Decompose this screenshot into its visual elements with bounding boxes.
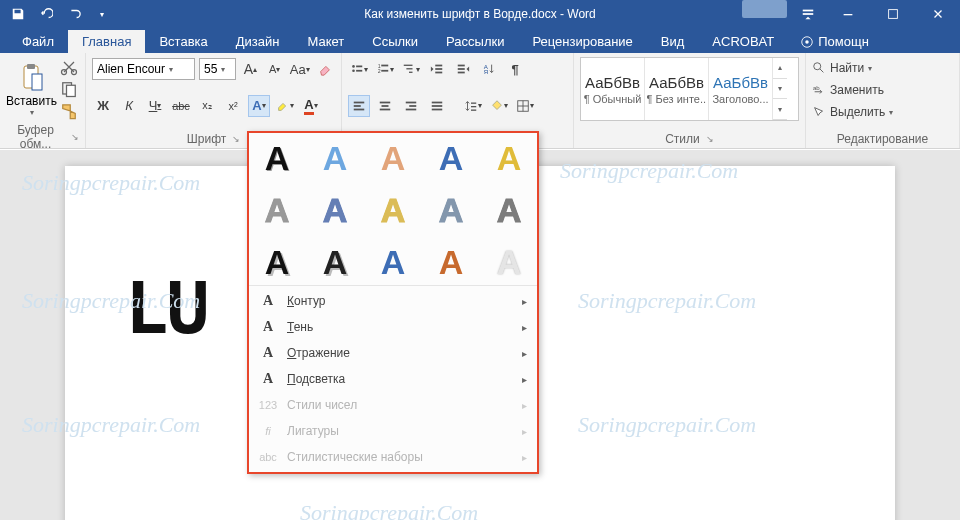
- bold-button[interactable]: Ж: [92, 95, 114, 117]
- tell-me[interactable]: Помощн: [800, 30, 869, 53]
- tab-insert[interactable]: Вставка: [145, 30, 221, 53]
- change-case-button[interactable]: Aa▾: [289, 58, 311, 80]
- shading-button[interactable]: ▾: [488, 95, 510, 117]
- text-effect-preset[interactable]: A: [439, 141, 464, 175]
- increase-indent-button[interactable]: [452, 58, 474, 80]
- text-effect-preset[interactable]: A: [381, 141, 406, 175]
- grow-font-button[interactable]: A▴: [240, 58, 260, 80]
- decrease-indent-button[interactable]: [426, 58, 448, 80]
- subscript-button[interactable]: x₂: [196, 95, 218, 117]
- text-effect-preset[interactable]: A: [323, 245, 348, 279]
- qat-more-icon[interactable]: ▾: [92, 4, 112, 24]
- text-effect-menu-item[interactable]: AОтражение▸: [249, 340, 537, 366]
- text-effect-preset[interactable]: A: [323, 141, 348, 175]
- show-marks-button[interactable]: ¶: [504, 58, 526, 80]
- styles-gallery[interactable]: АаБбВв¶ Обычный АаБбВв¶ Без инте... АаБб…: [580, 57, 799, 121]
- line-spacing-button[interactable]: ▾: [462, 95, 484, 117]
- dialog-launcher-icon[interactable]: ↘: [706, 134, 714, 144]
- italic-button[interactable]: К: [118, 95, 140, 117]
- align-center-button[interactable]: [374, 95, 396, 117]
- tab-mailings[interactable]: Рассылки: [432, 30, 518, 53]
- text-effect-preset[interactable]: A: [381, 245, 406, 279]
- tab-home[interactable]: Главная: [68, 30, 145, 53]
- styles-more[interactable]: ▴▾▾: [773, 58, 787, 120]
- text-effect-preset[interactable]: A: [439, 245, 464, 279]
- ribbon-options-icon[interactable]: [791, 0, 825, 28]
- text-effect-menu-item[interactable]: AТень▸: [249, 314, 537, 340]
- text-effect-preset[interactable]: A: [265, 193, 290, 227]
- paste-button[interactable]: Вставить ▾: [6, 57, 57, 121]
- text-effect-preset[interactable]: A: [497, 245, 522, 279]
- text-effect-menu-item[interactable]: AКонтур▸: [249, 288, 537, 314]
- account-placeholder[interactable]: [742, 0, 787, 18]
- style-item[interactable]: АаБбВвЗаголово...: [709, 58, 773, 120]
- group-editing: Найти▾ abЗаменить Выделить▾ Редактирован…: [806, 53, 960, 148]
- close-button[interactable]: [915, 0, 960, 28]
- bullets-button[interactable]: ▾: [348, 58, 370, 80]
- svg-rect-33: [354, 105, 361, 107]
- save-icon[interactable]: [8, 4, 28, 24]
- svg-rect-37: [380, 108, 391, 110]
- text-effect-preset[interactable]: A: [439, 193, 464, 227]
- justify-button[interactable]: [426, 95, 448, 117]
- tab-review[interactable]: Рецензирование: [518, 30, 646, 53]
- select-button[interactable]: Выделить▾: [812, 101, 953, 123]
- style-item[interactable]: АаБбВв¶ Без инте...: [645, 58, 709, 120]
- menu-glyph-icon: fi: [259, 425, 277, 437]
- text-effect-preset[interactable]: A: [265, 141, 290, 175]
- tab-file[interactable]: Файл: [8, 30, 68, 53]
- text-effect-preset[interactable]: A: [265, 245, 290, 279]
- maximize-button[interactable]: [870, 0, 915, 28]
- sort-button[interactable]: AЯ: [478, 58, 500, 80]
- text-effect-preset[interactable]: A: [497, 193, 522, 227]
- font-size-combo[interactable]: 55▾: [199, 58, 236, 80]
- group-label: Стили: [665, 132, 700, 146]
- text-effect-preset[interactable]: A: [323, 193, 348, 227]
- tab-design[interactable]: Дизайн: [222, 30, 294, 53]
- menu-label: Подсветка: [287, 372, 345, 386]
- tab-layout[interactable]: Макет: [293, 30, 358, 53]
- replace-button[interactable]: abЗаменить: [812, 79, 953, 101]
- svg-rect-29: [458, 72, 465, 74]
- text-effect-preset[interactable]: A: [497, 141, 522, 175]
- dialog-launcher-icon[interactable]: ↘: [232, 134, 240, 144]
- undo-icon[interactable]: [36, 4, 56, 24]
- find-button[interactable]: Найти▾: [812, 57, 953, 79]
- text-effects-button[interactable]: A▾: [248, 95, 270, 117]
- menu-glyph-icon: 123: [259, 399, 277, 411]
- svg-rect-26: [435, 72, 442, 74]
- text-effect-menu-item[interactable]: AПодсветка▸: [249, 366, 537, 392]
- borders-button[interactable]: ▾: [514, 95, 536, 117]
- tab-references[interactable]: Ссылки: [358, 30, 432, 53]
- text-effect-preset[interactable]: A: [381, 193, 406, 227]
- underline-button[interactable]: Ч▾: [144, 95, 166, 117]
- align-left-button[interactable]: [348, 95, 370, 117]
- copy-icon[interactable]: [59, 79, 79, 99]
- highlight-button[interactable]: ▾: [274, 95, 296, 117]
- window-title: Как изменить шрифт в Ворде.docx - Word: [364, 7, 596, 21]
- redo-icon[interactable]: [64, 4, 84, 24]
- style-item[interactable]: АаБбВв¶ Обычный: [581, 58, 645, 120]
- shrink-font-button[interactable]: A▾: [265, 58, 285, 80]
- font-name-combo[interactable]: Alien Encour▾: [92, 58, 195, 80]
- superscript-button[interactable]: x²: [222, 95, 244, 117]
- svg-point-13: [352, 65, 355, 68]
- tab-acrobat[interactable]: ACROBAT: [698, 30, 788, 53]
- minimize-button[interactable]: [825, 0, 870, 28]
- numbering-button[interactable]: 12▾: [374, 58, 396, 80]
- cut-icon[interactable]: [59, 57, 79, 77]
- group-clipboard: Вставить ▾ Буфер обм...↘: [0, 53, 86, 148]
- multilevel-list-button[interactable]: ▾: [400, 58, 422, 80]
- font-color-button[interactable]: A▾: [300, 95, 322, 117]
- menu-glyph-icon: A: [259, 293, 277, 309]
- svg-rect-39: [409, 105, 416, 107]
- dialog-launcher-icon[interactable]: ↘: [71, 132, 79, 142]
- group-label: Редактирование: [837, 132, 928, 146]
- align-right-button[interactable]: [400, 95, 422, 117]
- strikethrough-button[interactable]: abc: [170, 95, 192, 117]
- text-effects-menu: AКонтур▸AТень▸AОтражение▸AПодсветка▸123С…: [249, 285, 537, 472]
- format-painter-icon[interactable]: [59, 101, 79, 121]
- title-bar: ▾ Как изменить шрифт в Ворде.docx - Word: [0, 0, 960, 28]
- clear-formatting-button[interactable]: [315, 58, 335, 80]
- tab-view[interactable]: Вид: [647, 30, 699, 53]
